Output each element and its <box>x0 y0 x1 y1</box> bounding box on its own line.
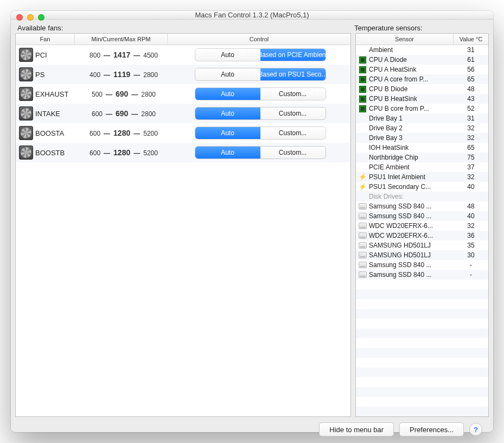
sensors-table: Sensor Value °C Ambient31CPU A Diode61CP… <box>355 33 489 417</box>
sensor-value: 37 <box>454 163 488 171</box>
sensor-name: Northbridge Chip <box>369 154 454 161</box>
fans-table: Fan Min/Current/Max RPM Control PCI800—1… <box>15 33 351 417</box>
sensor-row[interactable]: Ambient31 <box>356 45 488 55</box>
sensor-row[interactable]: CPU A core from P...65 <box>356 74 488 84</box>
sensor-value: 31 <box>454 46 488 54</box>
fan-control-custom-button[interactable]: Custom... <box>260 127 326 139</box>
sensor-value: 32 <box>454 173 488 181</box>
col-sensor[interactable]: Sensor <box>356 34 454 45</box>
fan-rpm: 800—1417—4500 <box>78 50 170 59</box>
drive-icon <box>359 262 367 268</box>
bolt-icon-cell: ⚡ <box>356 183 369 190</box>
sensor-value: 32 <box>454 222 488 230</box>
sensor-value: 32 <box>454 134 488 142</box>
fan-name: BOOSTB <box>35 149 65 157</box>
fan-control-custom-button[interactable]: Custom... <box>260 88 326 100</box>
sensor-row[interactable]: WDC WD20EFRX-6...36 <box>356 231 488 241</box>
sensor-row[interactable]: SAMSUNG HD501LJ30 <box>356 250 488 260</box>
footer: Hide to menu bar Preferences... ? <box>15 417 489 436</box>
fan-row[interactable]: PS400—1119—2800AutoBased on PSU1 Seco... <box>16 65 350 84</box>
sensor-row[interactable]: Samsung SSD 840 ...- <box>356 270 488 280</box>
chip-icon-cell <box>356 56 369 64</box>
sensor-row[interactable]: CPU B core from P...52 <box>356 104 488 113</box>
preferences-button[interactable]: Preferences... <box>399 422 464 436</box>
sensor-row[interactable]: Drive Bay 232 <box>356 123 488 133</box>
col-rpm[interactable]: Min/Current/Max RPM <box>75 34 168 45</box>
fan-row[interactable]: BOOSTB600—1280—5200AutoCustom... <box>16 143 350 162</box>
col-fan[interactable]: Fan <box>16 34 75 45</box>
fan-control-custom-button[interactable]: Based on PSU1 Seco... <box>260 68 326 80</box>
fans-table-body: PCI800—1417—4500AutoBased on PCIE Ambien… <box>16 45 350 416</box>
sensor-row[interactable]: WDC WD20EFRX-6...32 <box>356 221 488 231</box>
sensor-row[interactable]: IOH HeatSink65 <box>356 143 488 153</box>
sensor-value: 35 <box>454 242 488 249</box>
sensor-row[interactable]: Samsung SSD 840 ...48 <box>356 201 488 211</box>
fan-control-custom-button[interactable]: Custom... <box>260 147 326 159</box>
hide-to-menu-bar-button[interactable]: Hide to menu bar <box>319 422 394 436</box>
minimize-icon[interactable] <box>27 14 34 21</box>
sensor-row[interactable]: Samsung SSD 840 ...40 <box>356 211 488 221</box>
fan-control-auto-button[interactable]: Auto <box>195 49 260 61</box>
sensor-row[interactable]: CPU A HeatSink56 <box>356 65 488 74</box>
drive-icon-cell <box>356 213 369 219</box>
fan-control-custom-button[interactable]: Based on PCIE Ambient <box>260 49 326 61</box>
col-value[interactable]: Value °C <box>454 34 488 45</box>
sensor-name: CPU A HeatSink <box>369 66 454 73</box>
sensor-name: CPU B core from P... <box>369 105 454 112</box>
sensor-name: CPU A Diode <box>369 56 454 64</box>
sensor-row[interactable]: ⚡PSU1 Inlet Ambient32 <box>356 172 488 182</box>
fan-control-auto-button[interactable]: Auto <box>195 88 260 100</box>
chip-icon <box>359 105 366 112</box>
fan-control-custom-button[interactable]: Custom... <box>260 107 326 119</box>
zoom-icon[interactable] <box>38 14 44 21</box>
sensor-row[interactable]: ⚡PSU1 Secondary C...40 <box>356 182 488 192</box>
fans-section-label: Available fans: <box>15 23 352 33</box>
fan-icon <box>19 145 33 160</box>
sensor-row[interactable]: CPU A Diode61 <box>356 55 488 65</box>
fan-icon <box>19 126 33 140</box>
fan-rpm: 500—690—2800 <box>78 90 170 98</box>
sensor-row[interactable]: SAMSUNG HD501LJ35 <box>356 241 488 250</box>
chip-icon <box>359 66 366 73</box>
sensor-row[interactable]: Samsung SSD 840 ...- <box>356 260 488 270</box>
chip-icon <box>359 56 366 64</box>
sensor-value: 40 <box>454 212 488 220</box>
sensor-value: 31 <box>454 115 488 122</box>
sensor-row[interactable]: CPU B Diode48 <box>356 84 488 94</box>
drive-icon <box>359 213 367 219</box>
sensors-table-header: Sensor Value °C <box>356 34 488 45</box>
fan-control-auto-button[interactable]: Auto <box>195 68 260 80</box>
sensor-value: 56 <box>454 66 488 73</box>
fan-name: EXHAUST <box>35 90 68 98</box>
fan-control-segment: AutoCustom... <box>195 147 326 159</box>
fan-row[interactable]: INTAKE600—690—2800AutoCustom... <box>16 104 350 123</box>
fan-control-auto-button[interactable]: Auto <box>195 147 260 159</box>
empty-row <box>356 358 488 368</box>
sensors-section-label: Temperature sensors: <box>352 23 489 33</box>
sensor-row[interactable]: Northbridge Chip75 <box>356 153 488 162</box>
sensor-row[interactable]: Drive Bay 131 <box>356 113 488 123</box>
close-icon[interactable] <box>16 14 23 21</box>
fan-control-auto-button[interactable]: Auto <box>195 127 260 139</box>
sensor-value: 52 <box>454 105 488 112</box>
sensor-value: - <box>454 271 488 279</box>
col-control[interactable]: Control <box>168 34 350 45</box>
fan-control-segment: AutoCustom... <box>195 88 326 100</box>
sensors-table-body: Ambient31CPU A Diode61CPU A HeatSink56CP… <box>356 45 488 416</box>
empty-row <box>356 289 488 299</box>
fan-row[interactable]: EXHAUST500—690—2800AutoCustom... <box>16 84 350 104</box>
sensor-row[interactable]: CPU B HeatSink43 <box>356 94 488 104</box>
drive-icon-cell <box>356 242 369 249</box>
chip-icon-cell <box>356 96 369 103</box>
empty-row <box>356 328 488 338</box>
help-button[interactable]: ? <box>469 423 482 436</box>
fan-rpm: 600—1280—5200 <box>78 148 170 157</box>
fan-name: BOOSTA <box>35 129 64 137</box>
fan-row[interactable]: PCI800—1417—4500AutoBased on PCIE Ambien… <box>16 45 350 65</box>
sensor-name: PSU1 Secondary C... <box>369 183 454 191</box>
sensor-row[interactable]: Drive Bay 332 <box>356 133 488 143</box>
sensor-row[interactable]: PCIE Ambient37 <box>356 162 488 172</box>
fan-control-auto-button[interactable]: Auto <box>195 107 260 119</box>
sensor-name: Samsung SSD 840 ... <box>369 202 454 210</box>
fan-row[interactable]: BOOSTA600—1280—5200AutoCustom... <box>16 123 350 143</box>
